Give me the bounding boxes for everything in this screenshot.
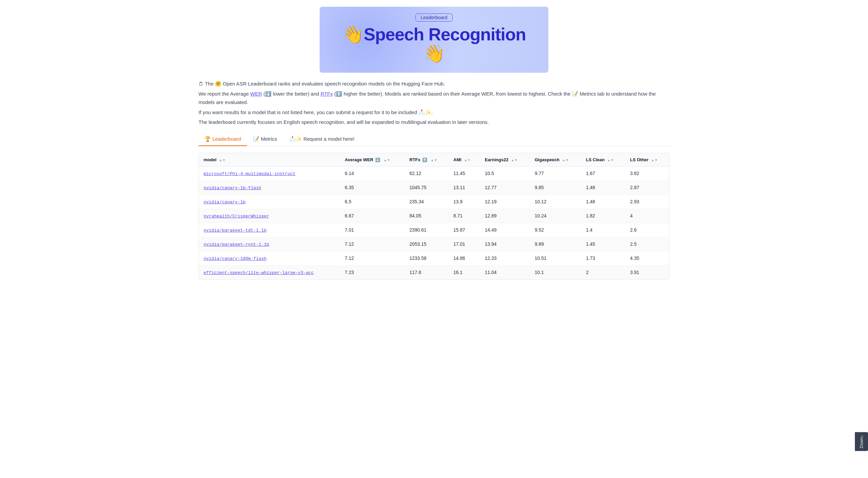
col-model[interactable]: model ▲▼ [199,153,340,167]
cell-ls_other: 2.93 [625,195,669,209]
cell-ami: 17.01 [449,237,480,251]
model-link[interactable]: efficient-speech/lite-whisper-large-v3-a… [204,270,314,275]
cell-gigaspeech: 9.77 [530,166,581,180]
cell-avg_wer: 7.23 [340,265,405,279]
leaderboard-table-container: model ▲▼ Average WER ⬇️ ▲▼ RTFx ⬆️ ▲▼ [198,153,670,280]
banner: Leaderboard 👋Speech Recognition👋 [320,7,548,73]
description-line3: If you want results for a model that is … [198,108,670,117]
col-avg-wer-label: Average WER [345,157,374,162]
banner-leaderboard-button[interactable]: Leaderboard [415,13,452,22]
description-line1: 🗒 The 🤗 Open ASR Leaderboard ranks and e… [198,80,670,88]
model-link[interactable]: nvidia/canary-1b-flash [204,185,261,190]
desc-line2-prefix: We report the Average [198,91,250,97]
cell-ami: 11.45 [449,166,480,180]
col-earnings22-sort-icon: ▲▼ [511,158,518,162]
cell-ls_other: 2.5 [625,237,669,251]
cell-ls_clean: 2 [581,265,625,279]
description-text1: The [205,81,215,87]
tabs-container: 🏆 Leaderboard 📝 Metrics 📩✨ Request a mod… [198,133,670,146]
col-rtfx[interactable]: RTFx ⬆️ ▲▼ [405,153,448,167]
tab-metrics[interactable]: 📝 Metrics [247,133,283,146]
col-avg-wer-sort-icon: ▲▼ [383,158,390,162]
col-earnings22-label: Earnings22 [485,157,508,162]
cell-gigaspeech: 10.1 [530,265,581,279]
table-row: microsoft/Phi-4-multimodal-instruct6.146… [199,166,669,180]
cell-ami: 13.11 [449,180,480,195]
cell-earnings22: 14.49 [480,223,530,237]
cell-ls_clean: 1.45 [581,237,625,251]
col-ami-label: AMI [454,157,462,162]
col-ami-sort-icon: ▲▼ [464,158,471,162]
col-ls-other-label: LS Other [630,157,649,162]
page-container: Leaderboard 👋Speech Recognition👋 🗒 The 🤗… [192,7,676,293]
rtfx-direction-icon: ⬆️ [422,157,427,162]
table-row: nvidia/parakeet-tdt-1.1b7.012390.6115.87… [199,223,669,237]
cell-rtfx: 117.8 [405,265,448,279]
cell-rtfx: 2390.61 [405,223,448,237]
col-ls-clean[interactable]: LS Clean ▲▼ [581,153,625,167]
cell-ls_other: 4.35 [625,251,669,265]
header-row: model ▲▼ Average WER ⬇️ ▲▼ RTFx ⬆️ ▲▼ [199,153,669,167]
cell-ami: 16.1 [449,265,480,279]
table-row: nvidia/canary-1b6.5235.3413.912.1910.121… [199,195,669,209]
col-earnings22[interactable]: Earnings22 ▲▼ [480,153,530,167]
cell-rtfx: 1233.58 [405,251,448,265]
cell-earnings22: 12.19 [480,195,530,209]
table-header: model ▲▼ Average WER ⬇️ ▲▼ RTFx ⬆️ ▲▼ [199,153,669,167]
cell-avg_wer: 6.14 [340,166,405,180]
model-link[interactable]: nyrahealth/CrisperWhisper [204,214,269,219]
cell-avg_wer: 7.12 [340,251,405,265]
col-rtfx-label: RTFx [409,157,422,162]
cell-ls_clean: 1.48 [581,195,625,209]
description-line4: The leaderboard currently focuses on Eng… [198,118,670,126]
banner-title-text: Speech Recognition [364,25,526,44]
tab-leaderboard[interactable]: 🏆 Leaderboard [198,133,247,146]
col-model-label: model [204,157,216,162]
cell-ls_other: 2.87 [625,180,669,195]
cell-ami: 15.87 [449,223,480,237]
table-row: nvidia/parakeet-rnnt-1.1b7.122053.1517.0… [199,237,669,251]
model-link[interactable]: nvidia/parakeet-rnnt-1.1b [204,242,269,247]
model-link[interactable]: microsoft/Phi-4-multimodal-instruct [204,171,296,176]
cell-earnings22: 10.5 [480,166,530,180]
cell-earnings22: 11.04 [480,265,530,279]
col-ami[interactable]: AMI ▲▼ [449,153,480,167]
banner-emoji-left: 👋 [342,25,364,44]
cell-avg_wer: 6.67 [340,209,405,223]
col-gigaspeech[interactable]: Gigaspeech ▲▼ [530,153,581,167]
col-ls-other[interactable]: LS Other ▲▼ [625,153,669,167]
col-model-sort-icon: ▲▼ [219,158,226,162]
model-link[interactable]: nvidia/canary-180m-flash [204,256,267,261]
cell-earnings22: 12.33 [480,251,530,265]
cell-ls_other: 3.91 [625,265,669,279]
cell-gigaspeech: 9.52 [530,223,581,237]
wer-direction-icon: ⬇️ [375,157,380,162]
cell-ls_clean: 1.48 [581,180,625,195]
cell-rtfx: 62.12 [405,166,448,180]
cell-ls_clean: 1.4 [581,223,625,237]
table-row: nvidia/canary-180m-flash7.121233.5814.86… [199,251,669,265]
desc-line2-mid1: (⬇️ lower the better) and [264,91,321,97]
rtfx-link[interactable]: RTFx [321,91,333,97]
cell-ami: 14.86 [449,251,480,265]
description-line2: We report the Average WER (⬇️ lower the … [198,90,670,107]
model-link[interactable]: nvidia/canary-1b [204,200,246,205]
col-ls-other-sort-icon: ▲▼ [651,158,658,162]
banner-emoji-right: 👋 [423,44,445,63]
leaderboard-table: model ▲▼ Average WER ⬇️ ▲▼ RTFx ⬆️ ▲▼ [199,153,669,279]
cell-avg_wer: 7.12 [340,237,405,251]
cell-earnings22: 12.77 [480,180,530,195]
description-text1b: 🤗 Open ASR Leaderboard ranks and evaluat… [215,81,445,87]
model-link[interactable]: nvidia/parakeet-tdt-1.1b [204,228,267,233]
table-row: nyrahealth/CrisperWhisper6.6784.058.7112… [199,209,669,223]
col-ls-clean-sort-icon: ▲▼ [607,158,614,162]
wer-link[interactable]: WER [250,91,262,97]
cell-ami: 13.9 [449,195,480,209]
col-avg-wer[interactable]: Average WER ⬇️ ▲▼ [340,153,405,167]
notebook-emoji: 🗒 [198,81,205,87]
tab-request[interactable]: 📩✨ Request a model here! [283,133,361,146]
table-row: nvidia/canary-1b-flash6.351045.7513.1112… [199,180,669,195]
cell-rtfx: 1045.75 [405,180,448,195]
cell-ls_other: 3.82 [625,166,669,180]
cell-earnings22: 12.89 [480,209,530,223]
